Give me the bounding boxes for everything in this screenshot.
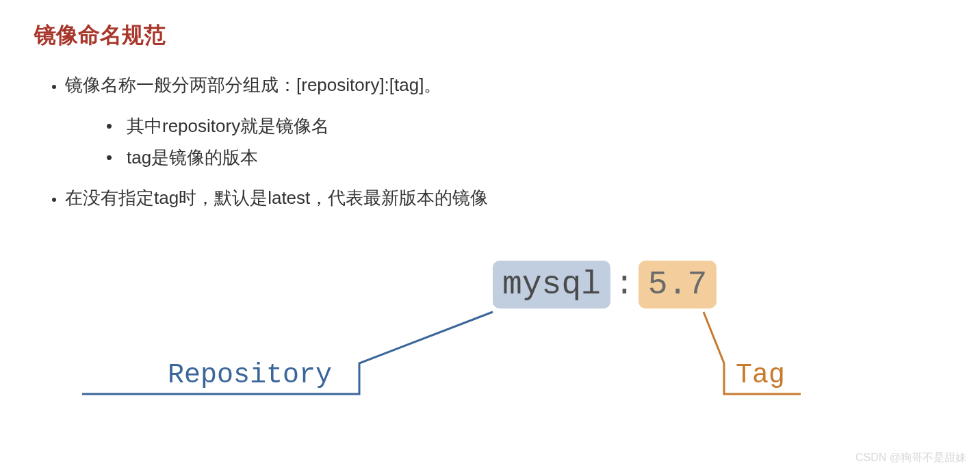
tag-label: Tag [736,360,785,391]
separator-colon: : [610,266,639,303]
repository-label: Repository [168,360,332,391]
example-container: mysql : 5.7 [493,261,717,309]
naming-diagram: mysql : 5.7 Repository Tag [34,240,924,445]
sub-bullet-1: 其中repository就是镜像名 [127,110,946,142]
main-bullet-list: 镜像名称一般分两部分组成：[repository]:[tag]。 其中repos… [34,71,946,213]
repository-value-box: mysql [493,261,610,309]
sub-bullet-2: tag是镜像的版本 [127,142,946,174]
bullet-item-1: 镜像名称一般分两部分组成：[repository]:[tag]。 其中repos… [65,71,946,174]
section-title: 镜像命名规范 [34,21,946,51]
watermark-text: CSDN @狗哥不是甜妹 [855,451,966,465]
tag-value-box: 5.7 [639,261,717,309]
bullet-1-text: 镜像名称一般分两部分组成：[repository]:[tag]。 [65,75,441,95]
connector-lines [34,240,924,445]
sub-bullet-list: 其中repository就是镜像名 tag是镜像的版本 [65,110,946,174]
bullet-item-2: 在没有指定tag时，默认是latest，代表最新版本的镜像 [65,184,946,213]
